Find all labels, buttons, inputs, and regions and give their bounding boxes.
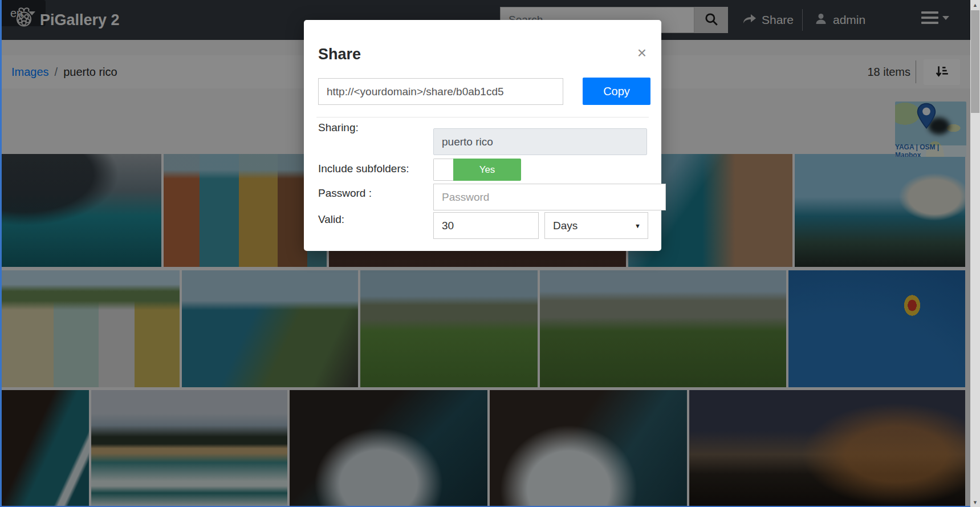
dialog-divider (316, 117, 649, 117)
valid-label: Valid: (318, 213, 344, 226)
scrollbar-thumb[interactable] (971, 10, 979, 113)
toggle-on-label: Yes (453, 159, 521, 181)
window-left-edge (0, 0, 2, 507)
toggle-handle (433, 159, 453, 181)
sharing-label: Sharing: (318, 121, 359, 134)
share-url-input[interactable] (318, 78, 563, 105)
password-label: Password : (318, 187, 372, 200)
scroll-down-arrow[interactable]: ▼ (970, 497, 980, 507)
valid-unit-value: Days (553, 220, 578, 232)
password-field[interactable] (433, 184, 666, 210)
dialog-title: Share (318, 46, 361, 63)
close-icon[interactable]: × (637, 47, 646, 59)
share-dialog: Share × Copy Sharing: Include subfolders… (304, 20, 661, 251)
include-subfolders-toggle[interactable]: Yes (433, 159, 521, 181)
select-caret-icon: ▼ (635, 222, 641, 229)
page-scrollbar[interactable]: ▲ ▼ (970, 0, 980, 507)
sharing-name-input (433, 128, 647, 155)
valid-amount-input[interactable] (433, 212, 539, 239)
copy-button[interactable]: Copy (583, 78, 650, 105)
scroll-up-arrow[interactable]: ▲ (970, 0, 980, 10)
include-subfolders-label: Include subfolders: (318, 163, 409, 175)
valid-unit-select[interactable]: Days ▼ (544, 212, 648, 239)
